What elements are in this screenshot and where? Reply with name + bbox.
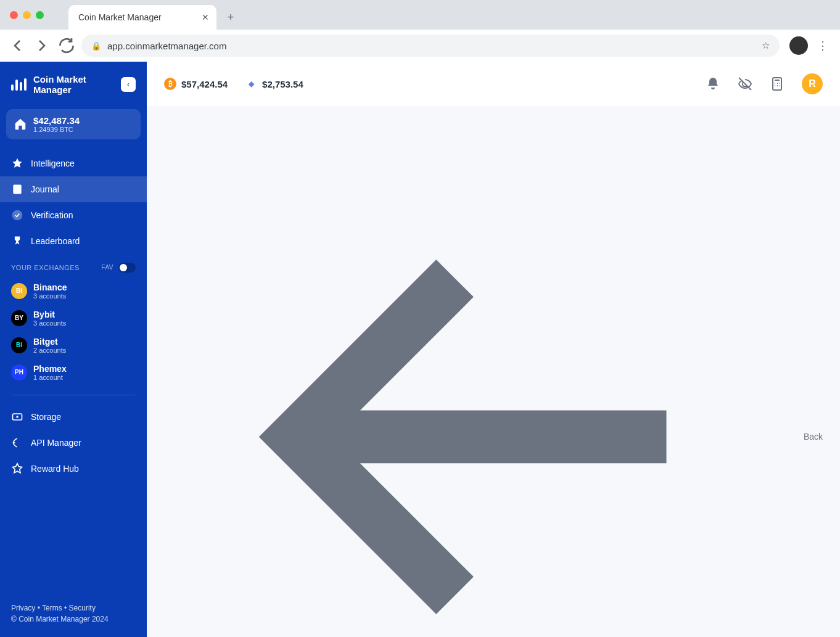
topbar: ₿ $57,424.54 ◆ $2,753.54 R <box>147 62 840 106</box>
exchange-sub: 3 accounts <box>33 292 67 300</box>
storage-icon <box>11 411 23 423</box>
calculator-icon[interactable] <box>770 76 784 91</box>
nav-item-api-manager[interactable]: API Manager <box>0 430 147 456</box>
chrome-menu-button[interactable]: ⋮ <box>813 39 833 52</box>
api-manager-icon <box>11 437 23 449</box>
exchange-icon: PH <box>11 364 27 380</box>
nav-item-journal[interactable]: Journal <box>0 176 147 202</box>
eth-price: ◆ $2,753.54 <box>245 78 303 90</box>
nav-item-reward-hub[interactable]: Reward Hub <box>0 456 147 482</box>
exchange-name: Binance <box>33 282 67 292</box>
intelligence-icon <box>11 157 23 170</box>
footer-link-privacy[interactable]: Privacy <box>11 604 35 612</box>
balance-usd: $42,487.34 <box>33 115 80 126</box>
sidebar: Coin Market Manager ‹ $42,487.34 1.24939… <box>0 62 147 637</box>
new-tab-button[interactable]: + <box>221 8 240 27</box>
nav-label: API Manager <box>31 438 81 448</box>
fav-toggle[interactable] <box>118 263 136 273</box>
bookmark-icon[interactable]: ☆ <box>762 40 770 51</box>
tab-title: Coin Market Manager <box>78 12 162 22</box>
eth-icon: ◆ <box>245 78 257 90</box>
nav-item-storage[interactable]: Storage <box>0 404 147 430</box>
nav-label: Verification <box>31 210 73 220</box>
footer-link-security[interactable]: Security <box>69 604 96 612</box>
nav-item-intelligence[interactable]: Intelligence <box>0 150 147 176</box>
exchange-name: Bitget <box>33 337 66 347</box>
balance-btc: 1.24939 BTC <box>33 126 80 133</box>
exchange-icon: BI <box>11 337 27 353</box>
home-icon <box>14 117 27 131</box>
visibility-off-icon[interactable] <box>738 76 752 91</box>
exchange-item-bitget[interactable]: BIBitget2 accounts <box>0 332 147 359</box>
nav-item-verification[interactable]: Verification <box>0 202 147 228</box>
svg-point-3 <box>16 416 18 417</box>
nav-label: Reward Hub <box>31 464 79 474</box>
exchange-sub: 3 accounts <box>33 319 66 327</box>
sidebar-collapse-button[interactable]: ‹ <box>121 77 136 92</box>
address-bar[interactable]: 🔒 app.coinmarketmanager.com ☆ <box>81 35 780 57</box>
brand-name: Coin Market Manager <box>33 74 86 96</box>
nav-item-leaderboard[interactable]: Leaderboard <box>0 228 147 254</box>
exchanges-section-label: YOUR EXCHANGES <box>11 264 80 271</box>
browser-tab[interactable]: Coin Market Manager ✕ <box>68 5 216 30</box>
btc-icon: ₿ <box>164 78 176 90</box>
nav-label: Storage <box>31 412 61 422</box>
journal-icon <box>11 183 23 195</box>
back-link[interactable]: Back <box>164 120 823 637</box>
forward-button[interactable] <box>32 36 52 55</box>
logo-icon <box>11 78 27 91</box>
exchange-name: Phemex <box>33 364 67 374</box>
exchange-item-binance[interactable]: BIBinance3 accounts <box>0 277 147 305</box>
bell-icon[interactable] <box>706 76 720 91</box>
reload-button[interactable] <box>57 36 76 55</box>
back-button[interactable] <box>7 36 27 55</box>
exchange-item-bybit[interactable]: BYBybit3 accounts <box>0 305 147 332</box>
nav-label: Leaderboard <box>31 236 80 246</box>
exchange-icon: BI <box>11 283 27 299</box>
balance-card[interactable]: $42,487.34 1.24939 BTC <box>6 109 141 139</box>
chrome-profile-avatar[interactable] <box>789 36 808 55</box>
nav-label: Intelligence <box>31 158 75 168</box>
footer-link-terms[interactable]: Terms <box>42 604 62 612</box>
verification-icon <box>11 209 23 221</box>
leaderboard-icon <box>11 235 23 247</box>
url-text: app.coinmarketmanager.com <box>107 41 226 51</box>
reward-hub-icon <box>11 462 23 475</box>
exchange-icon: BY <box>11 310 27 326</box>
nav-label: Journal <box>31 184 59 194</box>
fav-label: FAV <box>101 264 113 271</box>
user-avatar[interactable]: R <box>802 73 823 94</box>
exchange-item-phemex[interactable]: PHPhemex1 account <box>0 359 147 386</box>
exchange-name: Bybit <box>33 310 66 319</box>
btc-price: ₿ $57,424.54 <box>164 78 228 90</box>
svg-rect-0 <box>13 184 21 194</box>
svg-point-1 <box>12 210 23 220</box>
window-controls[interactable] <box>10 11 44 19</box>
close-icon[interactable]: ✕ <box>202 12 209 22</box>
exchange-sub: 1 account <box>33 374 67 381</box>
copyright: © Coin Market Manager 2024 <box>11 615 136 623</box>
lock-icon: 🔒 <box>91 41 101 51</box>
exchange-sub: 2 accounts <box>33 347 66 354</box>
